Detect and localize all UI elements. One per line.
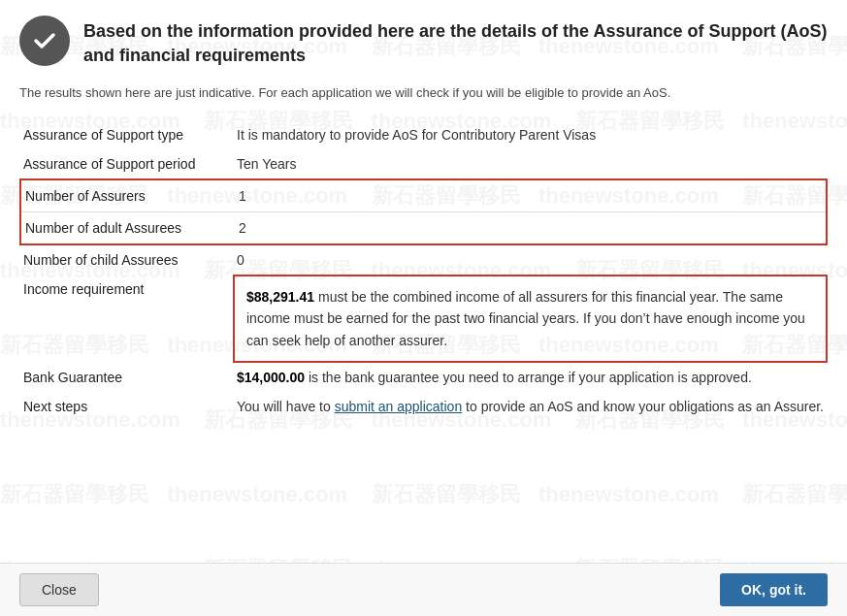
row-label: Assurance of Support period (19, 149, 233, 178)
subtitle: The results shown here are just indicati… (19, 83, 828, 103)
assurers-label: Number of Assurers (25, 188, 239, 204)
bank-guarantee-bold: $14,000.00 (237, 370, 305, 385)
adult-assurees-label: Number of adult Assurees (25, 220, 239, 236)
row-value: It is mandatory to provide AoS for Contr… (233, 120, 828, 149)
next-steps-prefix: You will have to (237, 399, 335, 414)
next-steps-suffix: to provide an AoS and know your obligati… (462, 399, 824, 414)
assurers-value: 1 (239, 188, 246, 204)
number-block-row: Number of Assurers 1 Number of adult Ass… (19, 178, 828, 245)
next-steps-row: Next steps You will have to submit an ap… (19, 392, 828, 421)
main-content: Based on the information provided here a… (0, 0, 847, 499)
submit-application-link[interactable]: submit an application (335, 399, 463, 414)
adult-assurees-value: 2 (239, 220, 246, 236)
row-label: Number of child Assurees (19, 245, 233, 275)
checkmark-circle (19, 16, 70, 66)
header-section: Based on the information provided here a… (19, 16, 828, 68)
assurers-row: Number of Assurers 1 (21, 180, 826, 212)
check-icon (31, 27, 58, 54)
income-label: Income requirement (19, 275, 233, 363)
income-box: $88,291.41 must be the combined income o… (233, 275, 828, 363)
row-label: Assurance of Support type (19, 120, 233, 149)
footer: Close OK, got it. (0, 563, 847, 616)
income-rest: must be the combined income of all assur… (246, 289, 805, 348)
bank-guarantee-rest: is the bank guarantee you need to arrang… (305, 370, 752, 385)
page-title: Based on the information provided here a… (83, 16, 828, 68)
ok-button[interactable]: OK, got it. (720, 573, 828, 606)
row-value: Ten Years (233, 149, 828, 178)
table-row: Assurance of Support period Ten Years (19, 149, 828, 178)
next-steps-value: You will have to submit an application t… (233, 392, 828, 421)
bank-guarantee-label: Bank Guarantee (19, 363, 233, 392)
next-steps-label: Next steps (19, 392, 233, 421)
bank-guarantee-row: Bank Guarantee $14,000.00 is the bank gu… (19, 363, 828, 392)
income-bold: $88,291.41 (246, 289, 314, 305)
info-table: Assurance of Support type It is mandator… (19, 120, 828, 421)
income-row: Income requirement $88,291.41 must be th… (19, 275, 828, 363)
close-button[interactable]: Close (19, 573, 99, 606)
bank-guarantee-value: $14,000.00 is the bank guarantee you nee… (233, 363, 828, 392)
adult-assurees-row: Number of adult Assurees 2 (21, 212, 826, 243)
table-row: Number of child Assurees 0 (19, 245, 828, 275)
table-row: Assurance of Support type It is mandator… (19, 120, 828, 149)
row-value: 0 (233, 245, 828, 275)
number-block: Number of Assurers 1 Number of adult Ass… (19, 178, 828, 245)
income-value: $88,291.41 must be the combined income o… (233, 275, 828, 363)
